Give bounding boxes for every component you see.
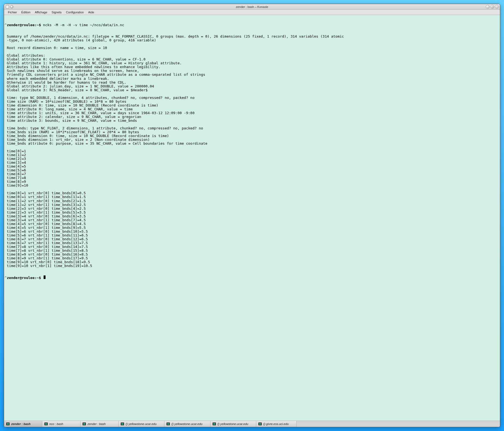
shell-command: ncks -M -m -H -v time ~/nco/data/in.nc (43, 23, 124, 27)
session-tab-0[interactable]: zender : bash (4, 421, 42, 427)
konsole-window: zender : bash – Konsole – ◻ × FichierÉdi… (4, 4, 500, 427)
tab-bar: zender : bashnco : bashzender : bash() y… (4, 421, 500, 427)
close-button[interactable]: × (495, 5, 499, 9)
menu-item-édition[interactable]: Édition (19, 10, 33, 14)
session-tab-3[interactable]: () yellowstone.ucar.edu (119, 421, 164, 427)
terminal-icon (167, 423, 170, 425)
session-tab-label: () yellowstone.ucar.edu (126, 422, 156, 426)
terminal-icon (258, 423, 262, 425)
menu-item-aide[interactable]: Aide (86, 10, 96, 14)
session-tab-6[interactable]: () givre.ess.uci.edu (256, 421, 297, 427)
menubar: FichierÉditionAffichageSignetsConfigurat… (4, 10, 500, 15)
window-title: zender : bash – Konsole (4, 5, 500, 8)
menu-item-configuration[interactable]: Configuration (64, 10, 86, 14)
maximize-button[interactable]: ◻ (490, 5, 494, 9)
terminal-icon (44, 423, 48, 425)
terminal-icon (213, 423, 216, 425)
titlebar: zender : bash – Konsole – ◻ × (4, 4, 500, 10)
session-tab-4[interactable]: () yellowstone.ucar.edu (164, 421, 210, 427)
terminal-icon (121, 423, 124, 425)
session-tab-label: zender : bash (87, 422, 106, 426)
terminal-icon (83, 423, 86, 425)
shell-prompt-2: zender@roulee:~$ (7, 276, 43, 280)
terminal-pane[interactable]: ^zender@roulee:~$ ncks -M -m -H -v time … (4, 15, 500, 421)
shell-prompt: zender@roulee:~$ (7, 23, 43, 27)
session-tab-5[interactable]: () yellowstone.ucar.edu (210, 421, 256, 427)
session-tab-2[interactable]: zender : bash (80, 421, 119, 427)
command-output: Summary of /home/zender/nco/data/in.nc: … (5, 35, 499, 268)
app-icon (6, 5, 9, 8)
cursor-block-icon (44, 275, 46, 279)
shade-icon[interactable] (10, 5, 13, 8)
session-tab-1[interactable]: nco : bash (42, 421, 80, 427)
prompt-line-1: ^zender@roulee:~$ ncks -M -m -H -v time … (5, 23, 499, 27)
menu-item-fichier[interactable]: Fichier (6, 10, 19, 14)
session-tab-label: () yellowstone.ucar.edu (218, 422, 248, 426)
session-tab-label: zender : bash (11, 422, 31, 426)
terminal-icon (6, 423, 10, 425)
menu-item-affichage[interactable]: Affichage (33, 10, 50, 14)
minimize-button[interactable]: – (486, 5, 490, 9)
menu-item-signets[interactable]: Signets (49, 10, 64, 14)
session-tab-label: () yellowstone.ucar.edu (171, 422, 202, 426)
gutter-caret-icon: ^ (5, 276, 7, 280)
gutter-caret-icon: ^ (5, 23, 7, 27)
session-tab-label: () givre.ess.uci.edu (263, 422, 289, 426)
session-tab-label: nco : bash (49, 422, 63, 426)
prompt-line-2: ^zender@roulee:~$ (5, 275, 499, 280)
